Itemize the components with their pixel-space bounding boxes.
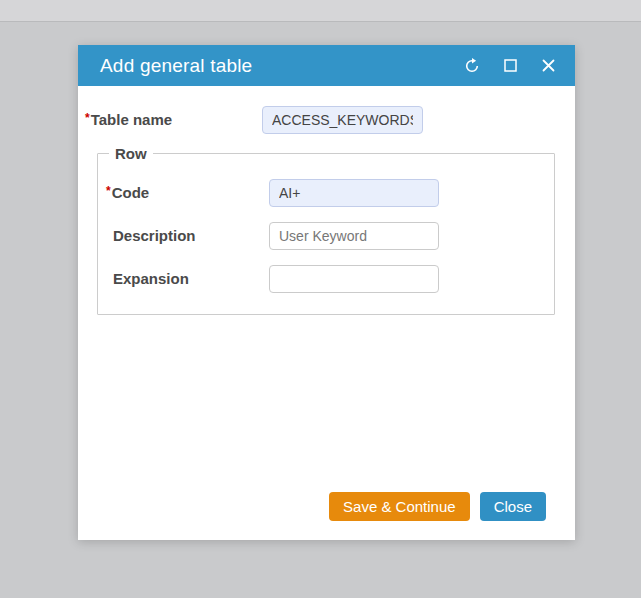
maximize-icon[interactable] xyxy=(499,55,521,77)
description-row: Description xyxy=(98,222,554,250)
expansion-label-wrap: Expansion xyxy=(98,269,269,289)
required-marker: * xyxy=(85,110,90,126)
expansion-row: Expansion xyxy=(98,265,554,293)
code-row: * Code xyxy=(98,179,554,207)
titlebar-controls xyxy=(461,55,559,77)
code-label: Code xyxy=(112,183,150,203)
expansion-label: Expansion xyxy=(113,269,189,289)
add-general-table-dialog: Add general table * Table xyxy=(78,45,575,540)
description-label: Description xyxy=(113,226,196,246)
dialog-titlebar: Add general table xyxy=(78,45,575,86)
code-label-wrap: * Code xyxy=(98,183,269,203)
row-group: Row * Code Description Expansion xyxy=(97,145,555,315)
table-name-input[interactable] xyxy=(262,106,423,134)
table-name-row: * Table name xyxy=(78,106,575,134)
table-name-label: Table name xyxy=(91,110,172,130)
row-group-legend: Row xyxy=(109,145,153,162)
expansion-input[interactable] xyxy=(269,265,439,293)
refresh-icon[interactable] xyxy=(461,55,483,77)
dialog-footer-buttons: Save & Continue Close xyxy=(329,492,546,521)
code-input[interactable] xyxy=(269,179,439,207)
close-icon[interactable] xyxy=(537,55,559,77)
save-and-continue-button[interactable]: Save & Continue xyxy=(329,492,470,521)
required-marker: * xyxy=(106,183,111,199)
dialog-title: Add general table xyxy=(100,55,252,77)
close-button[interactable]: Close xyxy=(480,492,546,521)
table-name-label-wrap: * Table name xyxy=(78,110,262,130)
description-input[interactable] xyxy=(269,222,439,250)
description-label-wrap: Description xyxy=(98,226,269,246)
desktop-top-strip xyxy=(0,0,641,22)
